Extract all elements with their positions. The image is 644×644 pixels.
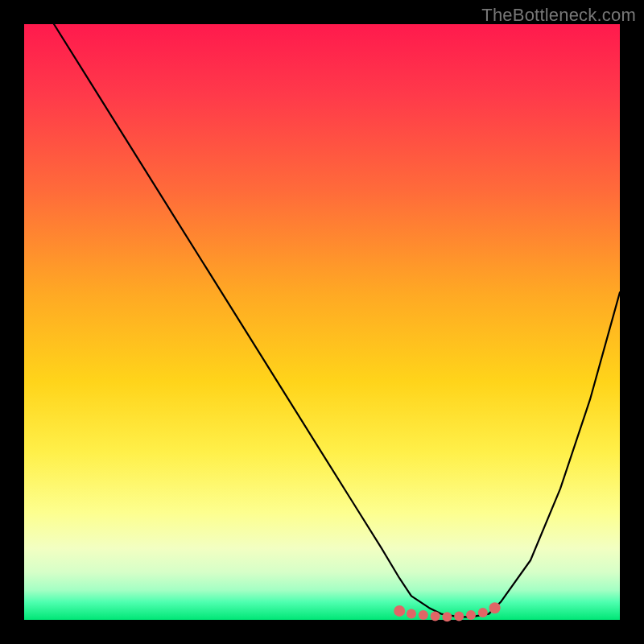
bottleneck-curve-svg bbox=[24, 24, 620, 620]
marker-group bbox=[394, 602, 500, 621]
marker-dot bbox=[407, 609, 416, 619]
watermark-text: TheBottleneck.com bbox=[481, 5, 636, 26]
curve-line bbox=[54, 24, 620, 617]
chart-frame: TheBottleneck.com bbox=[0, 0, 644, 644]
curve-line-group bbox=[54, 24, 620, 617]
marker-dot bbox=[489, 602, 501, 613]
marker-dot bbox=[466, 610, 476, 620]
marker-dot bbox=[394, 605, 405, 617]
marker-dot bbox=[478, 608, 488, 617]
marker-dot bbox=[442, 612, 452, 621]
marker-dot bbox=[431, 612, 440, 621]
marker-dot bbox=[454, 612, 464, 621]
plot-area bbox=[24, 24, 620, 620]
marker-dot bbox=[419, 610, 428, 620]
